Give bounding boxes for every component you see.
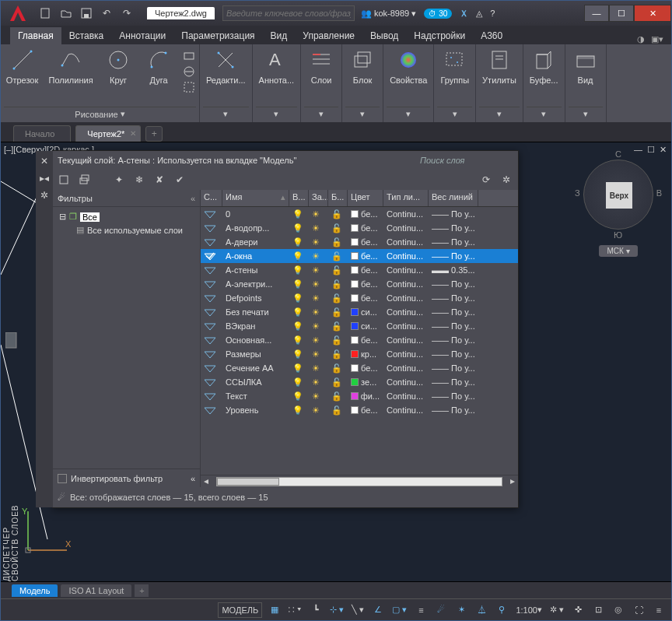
- close-button[interactable]: ✕: [634, 5, 671, 22]
- maximize-button[interactable]: ☐: [609, 5, 634, 22]
- tab-home[interactable]: Главная: [10, 27, 61, 44]
- col-status[interactable]: С...: [201, 190, 222, 206]
- col-linetype[interactable]: Тип ли...: [383, 190, 429, 206]
- lock-icon[interactable]: 🔓: [328, 335, 348, 346]
- filters-header[interactable]: Фильтры«: [53, 190, 200, 207]
- linetype-cell[interactable]: Continu...: [383, 223, 429, 233]
- panel-expand[interactable]: ▾: [387, 107, 430, 121]
- grid-hscroll[interactable]: ◂ ▸: [201, 475, 518, 487]
- lock-icon[interactable]: 🔓: [328, 237, 348, 247]
- freeze-icon[interactable]: ☀: [309, 307, 328, 318]
- tab-model[interactable]: Модель: [12, 584, 58, 597]
- tab-output[interactable]: Вывод: [362, 27, 406, 44]
- on-icon[interactable]: 💡: [289, 391, 309, 402]
- layer-row[interactable]: ССЫЛКА 💡 ☀ 🔓 зе... Continu... —— По у...: [201, 375, 518, 389]
- filter-used[interactable]: ▤ Все используемые слои: [58, 223, 195, 237]
- on-icon[interactable]: 💡: [289, 405, 309, 416]
- layer-row[interactable]: Текст 💡 ☀ 🔓 фи... Continu... —— По у...: [201, 389, 518, 403]
- color-cell[interactable]: фи...: [348, 391, 383, 401]
- lineweight-cell[interactable]: —— По у...: [429, 223, 478, 233]
- sb-grid-icon[interactable]: ▦: [267, 602, 282, 618]
- on-icon[interactable]: 💡: [289, 251, 309, 261]
- viewcube-e[interactable]: В: [656, 188, 662, 198]
- lock-icon[interactable]: 🔓: [328, 279, 348, 289]
- delete-layer-icon[interactable]: ✘: [152, 173, 166, 187]
- freeze-icon[interactable]: ☀: [309, 223, 328, 233]
- panel-expand[interactable]: ▾: [479, 107, 520, 121]
- ribbon-button[interactable]: Слои: [304, 46, 338, 86]
- sb-osnap-icon[interactable]: ∠: [370, 602, 386, 618]
- layer-row[interactable]: 0 💡 ☀ 🔓 бе... Continu... —— По у...: [201, 207, 518, 221]
- ribbon-button[interactable]: Вид: [569, 46, 603, 86]
- lock-icon[interactable]: 🔓: [328, 391, 348, 402]
- sb-quickprops-icon[interactable]: ◎: [611, 602, 626, 618]
- on-icon[interactable]: 💡: [289, 321, 309, 332]
- viewcube-s[interactable]: Ю: [614, 230, 622, 240]
- palette-pin-icon[interactable]: ▸◂: [40, 173, 49, 184]
- open-icon[interactable]: [58, 5, 74, 21]
- col-lock[interactable]: Б...: [328, 190, 348, 206]
- new-property-filter-icon[interactable]: [58, 173, 72, 187]
- add-layout-button[interactable]: +: [135, 584, 149, 597]
- viewcube-w[interactable]: З: [575, 188, 580, 198]
- freeze-icon[interactable]: ☀: [309, 321, 328, 332]
- color-cell[interactable]: бе...: [348, 335, 383, 345]
- circle-button[interactable]: Круг: [101, 46, 135, 86]
- color-cell[interactable]: бе...: [348, 363, 383, 373]
- user-account[interactable]: 👥 kok-8989 ▾: [361, 9, 416, 19]
- lock-icon[interactable]: 🔓: [328, 293, 348, 303]
- lock-icon[interactable]: 🔓: [328, 223, 348, 233]
- ribbon-button[interactable]: Свойства: [387, 46, 430, 86]
- linetype-cell[interactable]: Continu...: [383, 377, 429, 387]
- layer-row[interactable]: Defpoints 💡 ☀ 🔓 бе... Continu... —— По у…: [201, 291, 518, 305]
- on-icon[interactable]: 💡: [289, 377, 309, 388]
- on-icon[interactable]: 💡: [289, 363, 309, 374]
- ribbon-button[interactable]: A Аннота...: [256, 46, 298, 86]
- layer-row[interactable]: Основная... 💡 ☀ 🔓 бе... Continu... —— По…: [201, 333, 518, 347]
- lock-icon[interactable]: 🔓: [328, 349, 348, 360]
- ribbon-toggle-icon[interactable]: ▣▾: [651, 34, 663, 44]
- linetype-cell[interactable]: Continu...: [383, 209, 429, 219]
- sb-transparency-icon[interactable]: ☄: [433, 602, 449, 618]
- lock-icon[interactable]: 🔓: [328, 321, 348, 332]
- layer-row[interactable]: А-окна 💡 ☀ 🔓 бе... Continu... —— По у...: [201, 249, 518, 263]
- on-icon[interactable]: 💡: [289, 293, 309, 303]
- viewcube-top-face[interactable]: Верх: [606, 182, 632, 209]
- new-layer-frozen-icon[interactable]: ❄: [132, 173, 146, 187]
- lock-icon[interactable]: 🔓: [328, 307, 348, 318]
- help-search-input[interactable]: [222, 5, 355, 21]
- set-current-icon[interactable]: ✔: [173, 173, 187, 187]
- on-icon[interactable]: 💡: [289, 223, 309, 233]
- sb-autoscale-icon[interactable]: ⚲: [494, 602, 509, 618]
- tab-annotate[interactable]: Аннотации: [111, 27, 173, 44]
- minimize-button[interactable]: —: [584, 5, 609, 22]
- col-freeze[interactable]: За...: [309, 190, 328, 206]
- lock-icon[interactable]: 🔓: [328, 251, 348, 261]
- a360-icon[interactable]: ◬: [476, 9, 482, 19]
- new-group-filter-icon[interactable]: [78, 173, 92, 187]
- lock-icon[interactable]: 🔓: [328, 265, 348, 275]
- tab-layout[interactable]: ISO A1 Layout: [61, 584, 131, 597]
- freeze-icon[interactable]: ☀: [309, 391, 328, 402]
- sb-model[interactable]: МОДЕЛЬ: [218, 602, 262, 618]
- sb-ortho-icon[interactable]: ┗: [308, 602, 324, 618]
- freeze-icon[interactable]: ☀: [309, 293, 328, 303]
- freeze-icon[interactable]: ☀: [309, 279, 328, 289]
- sb-cleanscreen-icon[interactable]: ⛶: [631, 602, 646, 618]
- layer-row[interactable]: А-электри... 💡 ☀ 🔓 бе... Continu... —— П…: [201, 277, 518, 291]
- redo-icon[interactable]: ↷: [119, 5, 135, 21]
- panel-expand[interactable]: ▾: [256, 107, 298, 121]
- panel-expand[interactable]: ▾: [345, 107, 380, 121]
- on-icon[interactable]: 💡: [289, 349, 309, 360]
- layer-row[interactable]: Сечение АА 💡 ☀ 🔓 бе... Continu... —— По …: [201, 361, 518, 375]
- lineweight-cell[interactable]: —— По у...: [429, 293, 478, 303]
- doc-tab-start[interactable]: Начало: [13, 125, 71, 142]
- panel-draw-label[interactable]: Рисование ▾: [4, 107, 196, 121]
- lock-icon[interactable]: 🔓: [328, 377, 348, 388]
- tab-view[interactable]: Вид: [263, 27, 296, 44]
- sb-gear-icon[interactable]: ✲ ▾: [548, 602, 565, 618]
- on-icon[interactable]: 💡: [289, 265, 309, 275]
- lineweight-cell[interactable]: —— По у...: [429, 377, 478, 387]
- layer-search-input[interactable]: [420, 156, 513, 165]
- color-cell[interactable]: кр...: [348, 349, 383, 359]
